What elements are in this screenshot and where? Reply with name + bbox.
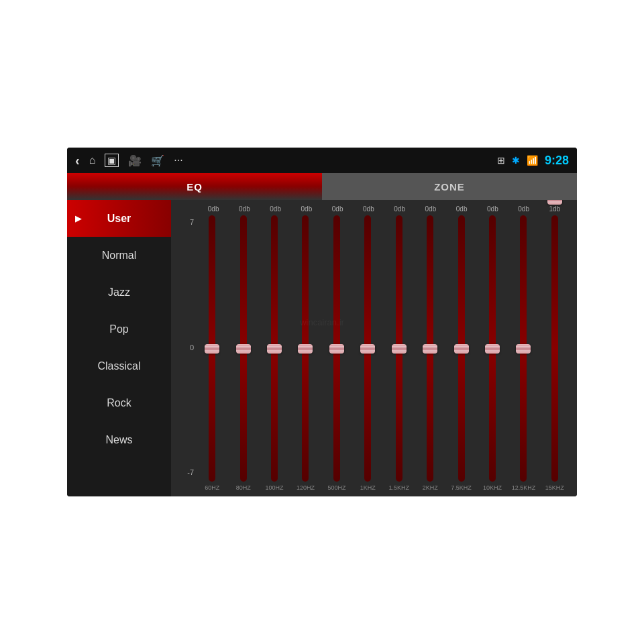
db-label-1.5khz: 0db (384, 205, 415, 213)
slider-track-wrapper-3 (290, 215, 321, 482)
eq-top-labels: 0db0db0db0db0db0db0db0db0db0db0db1db (178, 205, 570, 213)
scale-top: 7 (190, 218, 194, 226)
slider-track-1 (240, 215, 247, 482)
sidebar-item-normal[interactable]: Normal (67, 237, 171, 274)
freq-label-1: 80HZ (236, 484, 251, 491)
home-icon[interactable]: ⌂ (89, 154, 96, 166)
slider-thumb-9[interactable] (485, 344, 500, 354)
bag-icon[interactable]: 🛒 (151, 154, 164, 167)
camera-icon[interactable]: 🎥 (128, 154, 142, 167)
freq-label-9: 10KHZ (483, 484, 502, 491)
slider-col-80hz: 80HZ (227, 215, 258, 491)
slider-col-120hz: 120HZ (290, 215, 321, 491)
slider-track-8 (458, 215, 465, 482)
slider-col-100hz: 100HZ (259, 215, 290, 491)
slider-col-2khz: 2KHZ (415, 215, 445, 491)
scale-mid: 0 (190, 343, 194, 352)
slider-track-wrapper-9 (477, 215, 508, 482)
tab-zone[interactable]: ZONE (322, 173, 577, 200)
slider-track-5 (364, 215, 371, 482)
freq-label-6: 1.5KHZ (388, 484, 409, 491)
slider-thumb-1[interactable] (236, 344, 251, 354)
freq-label-4: 500HZ (327, 484, 345, 491)
slider-track-wrapper-1 (227, 215, 258, 482)
status-bar-left: ‹ ⌂ ▣ 🎥 🛒 ··· (75, 153, 183, 168)
slider-thumb-7[interactable] (423, 344, 437, 354)
main-content: User Normal Jazz Pop Classical Rock News… (67, 200, 577, 496)
slider-col-12.5khz: 12.5KHZ (508, 215, 539, 491)
slider-col-500hz: 500HZ (321, 215, 352, 491)
sidebar-item-rock[interactable]: Rock (67, 384, 171, 421)
slider-track-wrapper-2 (259, 215, 290, 482)
slider-track-wrapper-11 (539, 215, 570, 482)
slider-track-wrapper-0 (197, 215, 227, 482)
tab-eq[interactable]: EQ (67, 173, 322, 200)
slider-track-wrapper-8 (445, 215, 476, 482)
eq-area: 0db0db0db0db0db0db0db0db0db0db0db1db 7 0… (171, 200, 577, 496)
slider-thumb-8[interactable] (454, 344, 469, 354)
slider-track-wrapper-6 (384, 215, 415, 482)
freq-label-2: 100HZ (266, 484, 284, 491)
slider-col-15khz: 15KHZ (539, 215, 570, 491)
sidebar-item-jazz[interactable]: Jazz (67, 274, 171, 311)
db-label-60hz: 0db (198, 205, 229, 213)
slider-track-0 (209, 215, 215, 482)
slider-track-3 (302, 215, 309, 482)
sidebar-item-user[interactable]: User (67, 200, 171, 237)
db-label-120hz: 0db (291, 205, 322, 213)
slider-track-4 (333, 215, 340, 482)
back-icon[interactable]: ‹ (75, 153, 80, 168)
status-bar: ‹ ⌂ ▣ 🎥 🛒 ··· ⊞ ✱ 📶 9:28 (67, 148, 577, 173)
sidebar-item-news[interactable]: News (67, 421, 171, 458)
db-label-2khz: 0db (415, 205, 446, 213)
slider-track-11 (551, 215, 558, 482)
db-label-80hz: 0db (229, 205, 260, 213)
slider-track-wrapper-7 (415, 215, 445, 482)
time-display: 9:28 (545, 154, 569, 168)
freq-label-3: 120HZ (297, 484, 315, 491)
freq-label-0: 60HZ (205, 484, 219, 491)
slider-thumb-0[interactable] (205, 344, 219, 354)
db-label-1khz: 0db (353, 205, 384, 213)
slider-track-wrapper-5 (352, 215, 383, 482)
slider-col-10khz: 10KHZ (477, 215, 508, 491)
freq-label-11: 15KHZ (545, 484, 564, 491)
eq-sliders-container: 7 0 -7 60HZ80HZ100HZ120HZ500HZ1KHZ1.5KHZ… (178, 215, 570, 491)
sliders-row: 60HZ80HZ100HZ120HZ500HZ1KHZ1.5KHZ2KHZ7.5… (197, 215, 570, 491)
db-label-100hz: 0db (260, 205, 291, 213)
slider-col-7.5khz: 7.5KHZ (445, 215, 476, 491)
bluetooth-icon: ✱ (512, 155, 520, 166)
slider-thumb-4[interactable] (329, 344, 344, 354)
freq-label-8: 7.5KHZ (451, 484, 472, 491)
slider-thumb-10[interactable] (516, 344, 531, 354)
slider-track-7 (427, 215, 433, 482)
sidebar: User Normal Jazz Pop Classical Rock News (67, 200, 171, 496)
slider-thumb-2[interactable] (267, 344, 282, 354)
slider-thumb-5[interactable] (360, 344, 375, 354)
slider-col-1khz: 1KHZ (352, 215, 383, 491)
sidebar-item-classical[interactable]: Classical (67, 347, 171, 384)
slider-thumb-6[interactable] (392, 344, 407, 354)
db-label-7.5khz: 0db (446, 205, 477, 213)
status-bar-right: ⊞ ✱ 📶 9:28 (497, 154, 569, 168)
slider-col-60hz: 60HZ (197, 215, 227, 491)
scale-bot: -7 (187, 468, 194, 476)
slider-track-2 (271, 215, 278, 482)
db-label-15khz: 1db (539, 205, 570, 213)
slider-track-10 (520, 215, 527, 482)
cast-icon: ⊞ (497, 155, 505, 166)
freq-label-10: 12.5KHZ (512, 484, 536, 491)
slider-col-1.5khz: 1.5KHZ (384, 215, 415, 491)
wifi-icon: 📶 (527, 155, 538, 166)
slider-thumb-3[interactable] (298, 344, 313, 354)
freq-label-5: 1KHZ (360, 484, 376, 491)
slider-track-6 (396, 215, 402, 482)
slider-thumb-11[interactable] (547, 200, 562, 205)
db-label-10khz: 0db (477, 205, 508, 213)
db-label-12.5khz: 0db (508, 205, 539, 213)
sidebar-item-pop[interactable]: Pop (67, 311, 171, 347)
slider-track-wrapper-4 (321, 215, 352, 482)
db-label-500hz: 0db (322, 205, 353, 213)
more-icon[interactable]: ··· (174, 154, 182, 166)
recents-icon[interactable]: ▣ (105, 154, 119, 167)
